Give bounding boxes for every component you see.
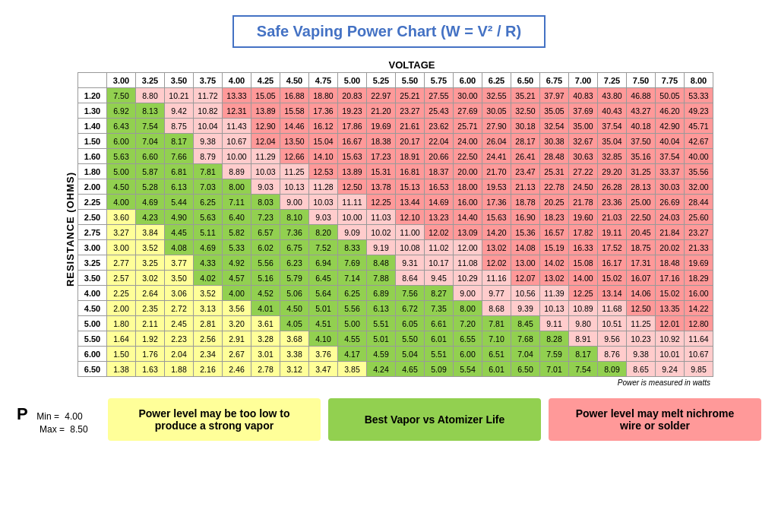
power-cell: 2.11 [136, 316, 165, 331]
power-cell: 46.88 [627, 88, 656, 103]
power-cell: 27.90 [482, 119, 511, 134]
power-cell: 10.13 [540, 301, 569, 316]
power-cell: 25.21 [396, 88, 425, 103]
power-cell: 17.82 [569, 225, 598, 240]
power-cell: 40.18 [627, 119, 656, 134]
power-cell: 17.16 [656, 271, 685, 286]
power-cell: 6.94 [309, 255, 338, 271]
voltage-header: 3.50 [165, 73, 194, 88]
power-cell: 2.67 [223, 347, 251, 362]
power-cell: 25.00 [627, 195, 656, 210]
power-cell: 23.62 [425, 119, 454, 134]
power-cell: 8.09 [598, 362, 627, 377]
power-cell: 4.50 [107, 179, 136, 195]
power-cell: 4.08 [165, 240, 194, 255]
power-cell: 13.00 [511, 255, 540, 271]
power-cell: 18.48 [656, 255, 685, 271]
power-cell: 4.10 [309, 331, 338, 347]
resistance-header: 4.50 [78, 301, 107, 316]
power-cell: 21.33 [685, 240, 713, 255]
power-cell: 5.82 [223, 225, 251, 240]
power-cell: 18.00 [454, 179, 482, 195]
power-cell: 11.08 [454, 255, 482, 271]
power-cell: 32.50 [511, 103, 540, 119]
power-cell: 16.00 [454, 195, 482, 210]
power-cell: 19.11 [598, 225, 627, 240]
power-cell: 5.33 [223, 240, 251, 255]
power-cell: 4.45 [165, 225, 194, 240]
power-cell: 13.89 [338, 164, 367, 179]
power-cell: 5.50 [396, 331, 425, 347]
power-cell: 5.01 [367, 331, 396, 347]
power-cell: 3.28 [251, 331, 280, 347]
power-cell: 37.97 [540, 88, 569, 103]
power-cell: 1.50 [107, 347, 136, 362]
power-cell: 8.10 [280, 210, 309, 225]
power-cell: 3.84 [136, 225, 165, 240]
power-cell: 10.13 [280, 179, 309, 195]
power-cell: 4.90 [165, 210, 194, 225]
table-row: 4.002.252.643.063.524.004.525.065.646.25… [78, 286, 713, 301]
power-cell: 29.20 [598, 164, 627, 179]
power-cell: 4.01 [251, 301, 280, 316]
power-cell: 8.65 [627, 362, 656, 377]
power-cell: 9.45 [425, 271, 454, 286]
power-cell: 14.46 [280, 119, 309, 134]
resistance-header: 6.00 [78, 347, 107, 362]
power-cell: 3.50 [165, 271, 194, 286]
power-cell: 1.92 [136, 331, 165, 347]
table-row: 2.004.505.286.137.038.009.0310.1311.2812… [78, 179, 713, 195]
power-cell: 13.09 [454, 225, 482, 240]
power-cell: 22.50 [454, 149, 482, 164]
power-cell: 50.05 [656, 88, 685, 103]
power-cell: 4.92 [223, 255, 251, 271]
power-cell: 14.40 [454, 210, 482, 225]
power-cell: 6.25 [194, 195, 223, 210]
power-cell: 3.68 [280, 331, 309, 347]
power-cell: 4.52 [251, 286, 280, 301]
power-cell: 18.80 [309, 88, 338, 103]
power-cell: 23.47 [511, 164, 540, 179]
power-cell: 5.00 [107, 164, 136, 179]
power-cell: 16.00 [685, 286, 713, 301]
resistance-header: 2.50 [78, 210, 107, 225]
power-cell: 32.85 [598, 149, 627, 164]
power-cell: 22.04 [425, 134, 454, 149]
power-cell: 35.21 [511, 88, 540, 103]
power-cell: 35.04 [598, 134, 627, 149]
power-cell: 10.29 [454, 271, 482, 286]
power-cell: 7.52 [309, 240, 338, 255]
power-cell: 2.04 [165, 347, 194, 362]
power-cell: 12.04 [251, 134, 280, 149]
power-cell: 6.00 [454, 347, 482, 362]
power-cell: 18.23 [540, 210, 569, 225]
power-cell: 22.97 [367, 88, 396, 103]
power-cell: 5.64 [309, 286, 338, 301]
power-cell: 11.72 [194, 88, 223, 103]
power-cell: 8.75 [165, 119, 194, 134]
power-cell: 12.25 [367, 195, 396, 210]
power-cell: 24.50 [569, 179, 598, 195]
power-cell: 9.38 [194, 134, 223, 149]
power-cell: 10.03 [309, 195, 338, 210]
resistance-header: 3.00 [78, 240, 107, 255]
power-cell: 1.63 [136, 362, 165, 377]
power-cell: 10.08 [396, 240, 425, 255]
voltage-header: 6.25 [482, 73, 511, 88]
power-cell: 7.56 [396, 286, 425, 301]
title-box: Safe Vaping Power Chart (W = V² / R) [232, 15, 546, 48]
power-cell: 5.44 [165, 195, 194, 210]
power-cell: 4.51 [309, 316, 338, 331]
voltage-header: 5.50 [396, 73, 425, 88]
power-cell: 5.09 [425, 362, 454, 377]
resistance-header: 1.20 [78, 88, 107, 103]
power-cell: 5.63 [107, 149, 136, 164]
power-cell: 4.33 [194, 255, 223, 271]
power-cell: 16.88 [280, 88, 309, 103]
power-cell: 2.35 [136, 301, 165, 316]
power-cell: 8.79 [194, 149, 223, 164]
power-cell: 33.37 [656, 164, 685, 179]
power-cell: 4.50 [280, 301, 309, 316]
power-cell: 10.03 [251, 164, 280, 179]
power-cell: 1.64 [107, 331, 136, 347]
